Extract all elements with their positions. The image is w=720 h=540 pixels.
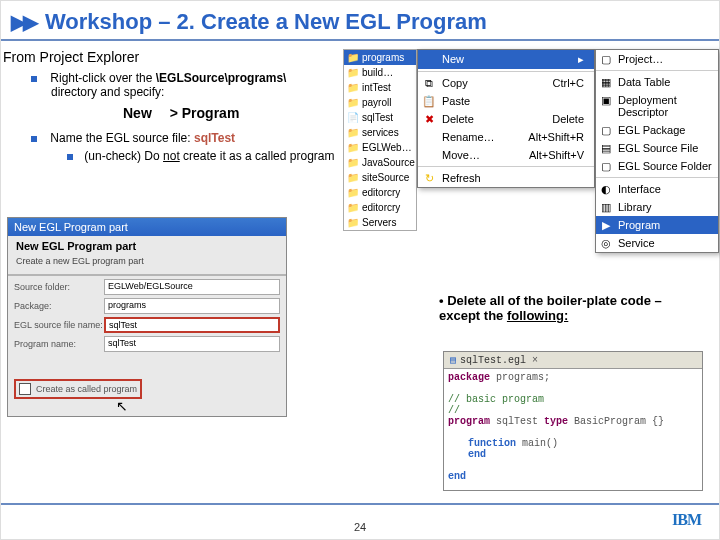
folder-icon: 📁 — [346, 97, 360, 108]
tree-item[interactable]: 📁editorcry — [344, 185, 416, 200]
package-icon: ▢ — [599, 124, 613, 137]
footer-rule — [1, 503, 719, 505]
editor-body[interactable]: package programs; // basic program // pr… — [444, 369, 702, 485]
tree-item[interactable]: 📁services — [344, 125, 416, 140]
src-folder-label: Source folder: — [14, 282, 104, 292]
folder-icon: 📁 — [346, 187, 360, 198]
bullet-icon — [31, 136, 37, 142]
tree-item[interactable]: 📁intTest — [344, 80, 416, 95]
page-number: 24 — [354, 521, 366, 533]
sub-project[interactable]: ▢Project… — [596, 50, 718, 68]
folder-icon: 📁 — [346, 202, 360, 213]
sub-program[interactable]: ▶Program — [596, 216, 718, 234]
project-icon: ▢ — [599, 53, 613, 66]
folder-icon: 📁 — [346, 67, 360, 78]
wizard-titlebar: New EGL Program part — [8, 218, 286, 236]
src-file-label: EGL source file name: — [14, 320, 104, 330]
service-icon: ◎ — [599, 237, 613, 250]
delete-boilerplate-callout: • Delete all of the boiler-plate code – … — [439, 293, 691, 323]
folder-icon: 📁 — [346, 52, 360, 63]
close-tab-icon[interactable]: × — [532, 355, 538, 366]
sub-eglsrcf[interactable]: ▢EGL Source Folder — [596, 157, 718, 175]
src-folder-input[interactable]: EGLWeb/EGLSource — [104, 279, 280, 295]
ibm-logo: IBM — [672, 511, 701, 529]
called-program-checkbox[interactable] — [19, 383, 31, 395]
tree-item[interactable]: 📁build… — [344, 65, 416, 80]
bullet-icon — [31, 76, 37, 82]
copy-icon: ⧉ — [422, 77, 436, 90]
folder-icon: 📁 — [346, 157, 360, 168]
sub-service[interactable]: ◎Service — [596, 234, 718, 252]
paste-icon: 📋 — [422, 95, 436, 108]
ctx-move[interactable]: Move…Alt+Shift+V — [418, 146, 594, 164]
new-program-wizard: New EGL Program part New EGL Program par… — [7, 217, 287, 417]
package-label: Package: — [14, 301, 104, 311]
tree-item[interactable]: 📁JavaSource — [344, 155, 416, 170]
datatable-icon: ▦ — [599, 76, 613, 89]
editor-tab[interactable]: ▤ sqlTest.egl × — [444, 352, 702, 369]
library-icon: ▥ — [599, 201, 613, 214]
file-icon: ▤ — [450, 354, 456, 366]
folder-icon: 📁 — [346, 142, 360, 153]
sub-eglpkg[interactable]: ▢EGL Package — [596, 121, 718, 139]
depdesc-icon: ▣ — [599, 94, 613, 107]
file-icon: ▤ — [599, 142, 613, 155]
sub-iface[interactable]: ◐Interface — [596, 180, 718, 198]
ctx-paste[interactable]: 📋Paste — [418, 92, 594, 110]
tree-item[interactable]: 📁editorcry — [344, 200, 416, 215]
sub-eglsrc[interactable]: ▤EGL Source File — [596, 139, 718, 157]
sub-datatable[interactable]: ▦Data Table — [596, 73, 718, 91]
sub-depdesc[interactable]: ▣Deployment Descriptor — [596, 91, 718, 121]
folder-icon: 📁 — [346, 172, 360, 183]
interface-icon: ◐ — [599, 183, 613, 196]
slide-title: Workshop – 2. Create a New EGL Program — [45, 9, 487, 35]
new-submenu: ▢Project… ▦Data Table ▣Deployment Descri… — [595, 49, 719, 253]
tree-item[interactable]: 📁programs — [344, 50, 416, 65]
package-input[interactable]: programs — [104, 298, 280, 314]
wizard-heading: New EGL Program part — [8, 236, 286, 256]
tree-item[interactable]: 📄sqlTest — [344, 110, 416, 125]
ctx-new[interactable]: New▸ — [418, 50, 594, 69]
program-name-input[interactable]: sqlTest — [104, 336, 280, 352]
tree-item[interactable]: 📁EGLWeb… — [344, 140, 416, 155]
folder-icon: 📁 — [346, 127, 360, 138]
src-file-input[interactable]: sqlTest — [104, 317, 280, 333]
ctx-refresh[interactable]: ↻Refresh — [418, 169, 594, 187]
called-program-label: Create as called program — [36, 384, 137, 394]
folder-icon: 📁 — [346, 217, 360, 228]
sub-library[interactable]: ▥Library — [596, 198, 718, 216]
wizard-desc: Create a new EGL program part — [8, 256, 286, 272]
ctx-copy[interactable]: ⧉CopyCtrl+C — [418, 74, 594, 92]
delete-icon: ✖ — [422, 113, 436, 126]
cursor-icon: ↖ — [116, 398, 128, 414]
refresh-icon: ↻ — [422, 172, 436, 185]
code-editor: ▤ sqlTest.egl × package programs; // bas… — [443, 351, 703, 491]
folder-icon: ▢ — [599, 160, 613, 173]
title-fastforward-icon: ▶▶ — [11, 10, 35, 34]
tree-item[interactable]: 📁Servers — [344, 215, 416, 230]
project-explorer-tree: 📁programs 📁build… 📁intTest 📁payroll 📄sql… — [343, 49, 417, 231]
program-name-label: Program name: — [14, 339, 104, 349]
bullet-icon — [67, 154, 73, 160]
tree-item[interactable]: 📁payroll — [344, 95, 416, 110]
context-menu: New▸ ⧉CopyCtrl+C 📋Paste ✖DeleteDelete Re… — [417, 49, 595, 188]
ctx-rename[interactable]: Rename…Alt+Shift+R — [418, 128, 594, 146]
ctx-delete[interactable]: ✖DeleteDelete — [418, 110, 594, 128]
program-icon: ▶ — [599, 219, 613, 232]
tree-item[interactable]: 📁siteSource — [344, 170, 416, 185]
folder-icon: 📁 — [346, 82, 360, 93]
called-program-highlight: Create as called program — [14, 379, 142, 399]
file-icon: 📄 — [346, 112, 360, 123]
